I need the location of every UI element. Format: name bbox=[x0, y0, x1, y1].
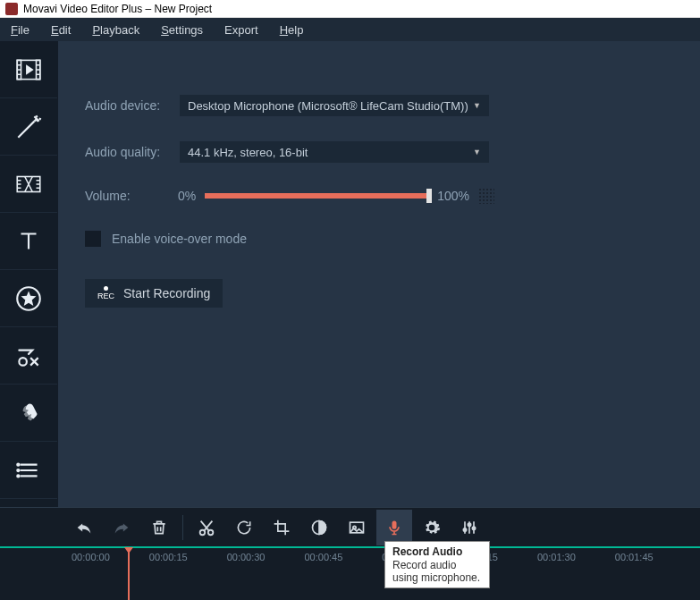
tick: 00:00:15 bbox=[149, 552, 188, 562]
timeline[interactable]: 00:00:00 00:00:15 00:00:30 00:00:45 00:0… bbox=[0, 546, 700, 600]
sidebar-item-more[interactable] bbox=[0, 442, 57, 499]
sidebar-item-filters[interactable] bbox=[0, 98, 57, 156]
record-audio-button[interactable] bbox=[376, 510, 412, 545]
menu-export[interactable]: Export bbox=[224, 23, 258, 37]
dropdown-arrow-icon: ▼ bbox=[473, 101, 481, 110]
audio-quality-select[interactable]: 44.1 kHz, stereo, 16-bit ▼ bbox=[180, 141, 489, 163]
rec-icon: REC bbox=[97, 286, 114, 300]
volume-slider-fill bbox=[205, 193, 428, 199]
svg-point-6 bbox=[17, 463, 19, 465]
svg-point-8 bbox=[17, 475, 19, 477]
menu-settings[interactable]: Settings bbox=[161, 23, 203, 37]
audio-device-value: Desktop Microphone (Microsoft® LifeCam S… bbox=[188, 99, 468, 113]
audio-record-panel: Audio device: Desktop Microphone (Micros… bbox=[57, 41, 700, 507]
voiceover-label: Enable voice-over mode bbox=[112, 232, 247, 246]
sidebar-item-stickers[interactable] bbox=[0, 270, 57, 327]
rotate-button[interactable] bbox=[226, 510, 262, 545]
app-icon bbox=[5, 3, 18, 15]
toolbar-separator bbox=[182, 515, 183, 540]
audio-device-label: Audio device: bbox=[85, 98, 169, 113]
dropdown-arrow-icon: ▼ bbox=[473, 148, 481, 156]
window-title: Movavi Video Editor Plus – New Project bbox=[23, 3, 212, 15]
tick: 00:00:45 bbox=[304, 552, 342, 562]
svg-point-7 bbox=[17, 469, 19, 470]
undo-button[interactable] bbox=[66, 510, 102, 545]
timeline-ruler: 00:00:00 00:00:15 00:00:30 00:00:45 00:0… bbox=[0, 552, 700, 562]
volume-slider-thumb[interactable] bbox=[426, 189, 432, 203]
audio-quality-label: Audio quality: bbox=[85, 145, 169, 159]
title-bar: Movavi Video Editor Plus – New Project bbox=[0, 0, 700, 18]
tooltip-record-audio: Record Audio Record audio using micropho… bbox=[384, 541, 490, 588]
record-label: Start Recording bbox=[123, 286, 210, 300]
sidebar-item-transitions[interactable] bbox=[0, 156, 57, 213]
color-adjust-button[interactable] bbox=[301, 510, 337, 545]
redo-button[interactable] bbox=[104, 510, 139, 545]
volume-max: 100% bbox=[437, 189, 469, 203]
svg-point-5 bbox=[19, 358, 27, 366]
svg-point-15 bbox=[463, 528, 466, 530]
svg-point-17 bbox=[472, 527, 475, 529]
timeline-toolbar bbox=[0, 507, 700, 546]
cut-button[interactable] bbox=[189, 510, 224, 545]
tick: 00:01:30 bbox=[537, 552, 576, 562]
menu-file[interactable]: File bbox=[11, 23, 30, 37]
menu-edit[interactable]: Edit bbox=[51, 23, 71, 37]
voiceover-checkbox[interactable] bbox=[85, 231, 101, 247]
tick: 00:00:00 bbox=[72, 552, 110, 562]
sidebar-item-animation[interactable] bbox=[0, 385, 57, 442]
svg-rect-14 bbox=[392, 520, 397, 528]
audio-device-select[interactable]: Desktop Microphone (Microsoft® LifeCam S… bbox=[180, 95, 489, 116]
volume-min: 0% bbox=[178, 189, 196, 203]
start-recording-button[interactable]: REC Start Recording bbox=[85, 279, 223, 308]
menu-bar: File Edit Playback Settings Export Help bbox=[0, 18, 700, 41]
volume-label: Volume: bbox=[85, 189, 169, 203]
tooltip-body: Record audio using microphone. bbox=[392, 559, 482, 584]
svg-point-16 bbox=[468, 523, 470, 526]
clip-properties-button[interactable] bbox=[339, 510, 375, 545]
equalizer-button[interactable] bbox=[451, 510, 487, 545]
menu-playback[interactable]: Playback bbox=[92, 23, 139, 37]
sidebar bbox=[0, 41, 57, 507]
playhead[interactable] bbox=[128, 548, 130, 600]
settings-gear-button[interactable] bbox=[414, 510, 450, 545]
volume-slider[interactable] bbox=[205, 193, 428, 199]
audio-quality-value: 44.1 kHz, stereo, 16-bit bbox=[188, 146, 308, 159]
delete-button[interactable] bbox=[141, 510, 177, 545]
sidebar-item-titles[interactable] bbox=[0, 213, 57, 270]
crop-button[interactable] bbox=[264, 510, 299, 545]
volume-meter-icon bbox=[478, 188, 494, 204]
menu-help[interactable]: Help bbox=[280, 23, 304, 37]
sidebar-item-callouts[interactable] bbox=[0, 327, 57, 385]
tick: 00:00:30 bbox=[227, 552, 266, 562]
sidebar-item-media[interactable] bbox=[0, 41, 57, 98]
tooltip-title: Record Audio bbox=[392, 545, 482, 558]
tick: 00:01:45 bbox=[615, 552, 654, 562]
